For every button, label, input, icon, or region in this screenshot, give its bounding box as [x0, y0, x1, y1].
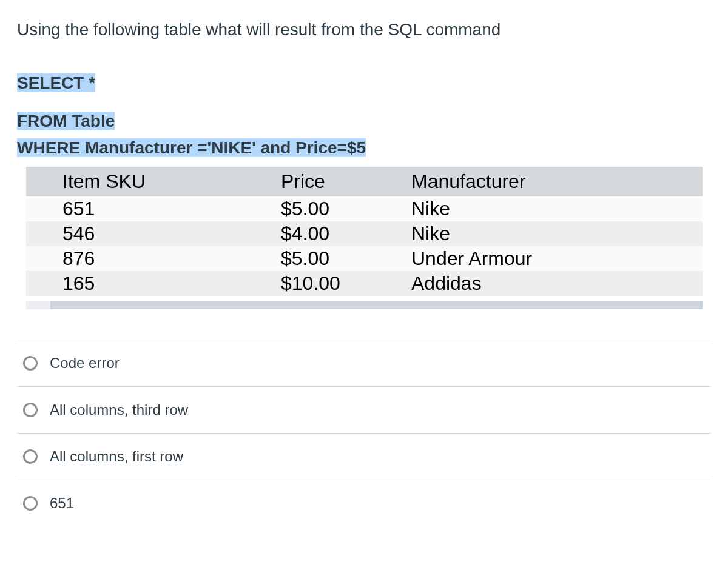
header-manufacturer: Manufacturer	[375, 167, 703, 196]
cell-mfr: Addidas	[375, 271, 703, 296]
radio-icon[interactable]	[23, 496, 38, 511]
cell-price: $10.00	[244, 271, 375, 296]
option-label: 651	[50, 495, 74, 512]
cell-sku: 876	[26, 246, 244, 271]
header-sku: Item SKU	[26, 167, 244, 196]
option-all-columns-first-row[interactable]: All columns, first row	[17, 434, 711, 480]
option-label: All columns, first row	[50, 448, 183, 465]
table-header-row: Item SKU Price Manufacturer	[26, 167, 703, 196]
radio-icon[interactable]	[23, 449, 38, 464]
sql-line-2: FROM Table	[17, 112, 115, 130]
option-code-error[interactable]: Code error	[17, 340, 711, 387]
option-label: All columns, third row	[50, 401, 188, 418]
sql-code-block: SELECT * FROM Table WHERE Manufacturer =…	[17, 70, 711, 161]
answer-options: Code error All columns, third row All co…	[17, 340, 711, 526]
scrollbar-thumb[interactable]	[26, 301, 50, 309]
cell-mfr: Nike	[375, 221, 703, 246]
radio-icon[interactable]	[23, 356, 38, 371]
data-table: Item SKU Price Manufacturer 651 $5.00 Ni…	[26, 167, 703, 296]
table-row: 165 $10.00 Addidas	[26, 271, 703, 296]
sql-line-3: WHERE Manufacturer ='NIKE' and Price=$5	[17, 138, 366, 157]
cell-price: $5.00	[244, 246, 375, 271]
cell-mfr: Nike	[375, 196, 703, 221]
cell-sku: 651	[26, 196, 244, 221]
cell-price: $4.00	[244, 221, 375, 246]
table-row: 546 $4.00 Nike	[26, 221, 703, 246]
cell-price: $5.00	[244, 196, 375, 221]
horizontal-scrollbar[interactable]	[26, 301, 703, 309]
option-651[interactable]: 651	[17, 480, 711, 526]
cell-sku: 546	[26, 221, 244, 246]
sql-line-1: SELECT *	[17, 73, 95, 92]
table-row: 876 $5.00 Under Armour	[26, 246, 703, 271]
header-price: Price	[244, 167, 375, 196]
option-label: Code error	[50, 355, 120, 372]
radio-icon[interactable]	[23, 403, 38, 417]
cell-mfr: Under Armour	[375, 246, 703, 271]
cell-sku: 165	[26, 271, 244, 296]
option-all-columns-third-row[interactable]: All columns, third row	[17, 387, 711, 434]
question-prompt: Using the following table what will resu…	[17, 17, 711, 42]
table-row: 651 $5.00 Nike	[26, 196, 703, 221]
